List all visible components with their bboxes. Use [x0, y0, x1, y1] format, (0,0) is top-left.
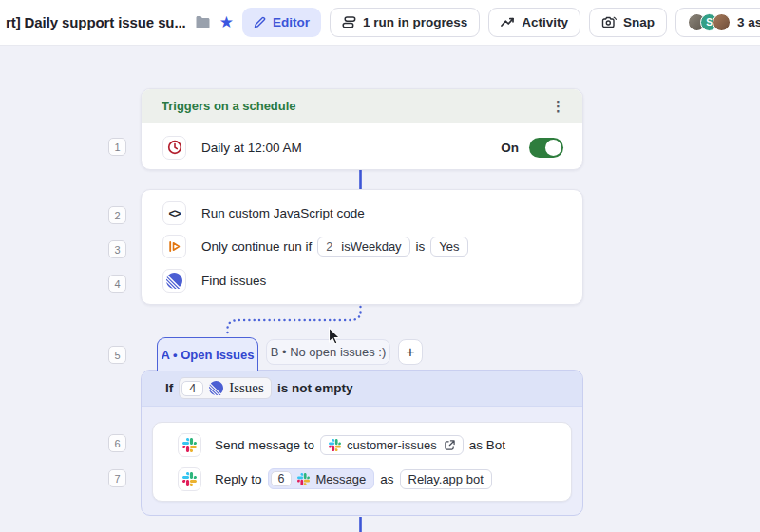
- branch-container: If 4 Issues is not empty Send message to: [141, 370, 583, 516]
- value-chip-yes[interactable]: Yes: [430, 237, 467, 256]
- avatar-group: S: [688, 13, 731, 31]
- linear-icon: [162, 269, 186, 293]
- toggle-state-label: On: [501, 141, 519, 155]
- step-row-find-issues[interactable]: Find issues: [142, 264, 582, 297]
- toggle-knob: [545, 140, 561, 156]
- linear-icon: [209, 381, 223, 395]
- condition-suffix: is not empty: [277, 381, 353, 395]
- plus-icon: +: [406, 344, 414, 361]
- slack-icon: [297, 473, 310, 485]
- activity-icon: [501, 17, 515, 28]
- step-mid: as: [380, 472, 393, 486]
- step-label: Send message to: [215, 438, 314, 452]
- step-row-send-message[interactable]: Send message to customer-issues as Bot: [153, 428, 571, 461]
- trigger-card: Triggers on a schedule ⋮ Daily at 12:00 …: [141, 88, 583, 170]
- activity-label: Activity: [522, 15, 568, 29]
- assignees-button[interactable]: S 3 assignees: [675, 8, 760, 37]
- condition-operator: is: [416, 239, 426, 254]
- trigger-toggle[interactable]: [529, 138, 563, 158]
- step-label: Run custom JavaScript code: [201, 206, 365, 220]
- top-bar-right: Snap S 3 assignees: [589, 8, 760, 37]
- runs-label: 1 run in progress: [363, 15, 467, 29]
- step-row-reply[interactable]: Reply to 6 Message as Relay.app bot: [153, 463, 571, 495]
- trigger-step-row[interactable]: Daily at 12:00 AM On: [142, 124, 582, 170]
- trigger-header: Triggers on a schedule ⋮: [142, 89, 582, 124]
- branch-steps-card: Send message to customer-issues as Bot R…: [152, 422, 572, 502]
- editor-button[interactable]: Editor: [242, 8, 321, 37]
- top-bar: rt] Daily support issue su... ★ Editor 1…: [0, 0, 760, 46]
- add-branch-button[interactable]: +: [398, 339, 423, 365]
- branch-condition-bar[interactable]: If 4 Issues is not empty: [142, 370, 582, 407]
- slack-icon: [178, 467, 201, 491]
- step-number-4: 4: [108, 275, 126, 293]
- external-link-icon: [445, 440, 455, 450]
- step-number-7: 7: [108, 469, 126, 487]
- step-number-6: 6: [108, 434, 126, 452]
- runs-in-progress-button[interactable]: 1 run in progress: [330, 8, 480, 37]
- actions-card: <> Run custom JavaScript code Only conti…: [141, 189, 583, 305]
- channel-chip-customer-issues[interactable]: customer-issues: [320, 435, 464, 455]
- continue-if-icon: [162, 235, 186, 258]
- condition-prefix: If: [165, 381, 173, 395]
- runs-icon: [342, 16, 356, 28]
- workflow-title: rt] Daily support issue su...: [6, 14, 186, 30]
- camera-icon: [601, 16, 617, 29]
- cursor-icon: [328, 327, 343, 350]
- code-icon: <>: [162, 201, 186, 225]
- variable-chip-issues[interactable]: 4 Issues: [179, 377, 272, 399]
- value-chip-relay-bot[interactable]: Relay.app bot: [400, 469, 492, 489]
- assignees-label: 3 assignees: [737, 15, 760, 29]
- trigger-header-label: Triggers on a schedule: [162, 99, 296, 113]
- variable-chip-message[interactable]: 6 Message: [268, 468, 375, 489]
- kebab-menu-icon[interactable]: ⋮: [547, 97, 569, 115]
- snap-button[interactable]: Snap: [589, 8, 667, 37]
- editor-label: Editor: [273, 15, 310, 29]
- step-number-2: 2: [108, 206, 126, 224]
- avatar: [712, 13, 731, 31]
- slack-icon: [178, 433, 201, 457]
- variable-chip-isweekday[interactable]: 2isWeekday: [317, 237, 409, 256]
- step-label: Only continue run if: [201, 239, 312, 254]
- activity-button[interactable]: Activity: [488, 8, 580, 37]
- step-row-javascript[interactable]: <> Run custom JavaScript code: [142, 197, 582, 230]
- folder-icon[interactable]: [195, 15, 211, 29]
- workflow-canvas[interactable]: 1 2 3 4 5 6 7 Triggers on a schedule ⋮ D…: [0, 46, 760, 532]
- pencil-icon: [254, 16, 266, 28]
- clock-icon: [162, 136, 186, 160]
- slack-icon: [329, 439, 341, 451]
- step-number-3: 3: [108, 240, 126, 258]
- step-label: Find issues: [201, 274, 266, 288]
- step-suffix: as Bot: [469, 438, 505, 452]
- step-label: Reply to: [215, 472, 262, 486]
- trigger-label: Daily at 12:00 AM: [201, 141, 302, 155]
- step-number-1: 1: [108, 138, 126, 156]
- tab-open-issues[interactable]: A • Open issues: [157, 337, 258, 370]
- snap-label: Snap: [623, 15, 655, 29]
- step-row-continue-if[interactable]: Only continue run if 2isWeekday is Yes: [142, 230, 582, 263]
- star-icon[interactable]: ★: [219, 14, 234, 30]
- step-number-5: 5: [108, 346, 126, 364]
